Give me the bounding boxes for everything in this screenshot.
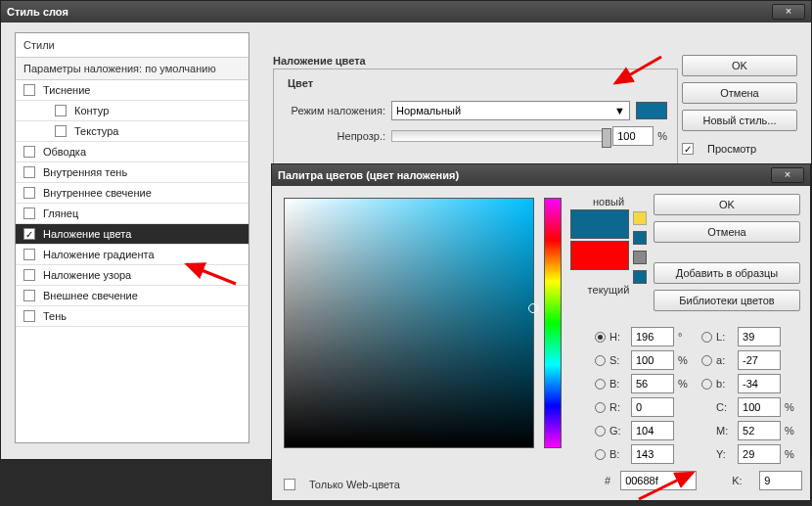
a-input[interactable]: [738, 350, 781, 370]
styles-panel: Стили Параметры наложения: по умолчанию …: [15, 32, 249, 443]
l-input[interactable]: [738, 327, 781, 346]
hash-label: #: [605, 475, 610, 486]
add-swatch-button[interactable]: Добавить в образцы: [654, 262, 800, 284]
current-color-swatch[interactable]: [570, 241, 629, 270]
gamut-warning-icon[interactable]: [633, 211, 647, 225]
c-input[interactable]: [738, 397, 781, 417]
checkbox-icon[interactable]: [23, 249, 35, 260]
cancel-button[interactable]: Отмена: [682, 82, 797, 104]
layer-style-titlebar[interactable]: Стиль слоя ×: [1, 1, 811, 23]
m-input[interactable]: [738, 421, 781, 440]
checkbox-icon[interactable]: [23, 187, 35, 199]
style-item-pattern-overlay[interactable]: Наложение узора: [16, 265, 248, 286]
style-item-texture[interactable]: Текстура: [16, 121, 248, 142]
style-item-contour[interactable]: Контур: [16, 101, 248, 121]
layer-style-title: Стиль слоя: [7, 6, 772, 18]
b-lab-input[interactable]: [738, 374, 781, 393]
checkbox-icon[interactable]: [682, 143, 694, 155]
new-color-swatch[interactable]: [570, 209, 629, 239]
style-item-gradient-overlay[interactable]: Наложение градиента: [16, 245, 248, 265]
hex-row: # K: %: [605, 471, 812, 490]
blend-mode-label: Режим наложения:: [284, 105, 391, 116]
style-item-inner-shadow[interactable]: Внутренняя тень: [16, 162, 248, 183]
section-title: Наложение цвета: [273, 55, 678, 67]
checkbox-icon[interactable]: [23, 207, 35, 219]
color-compare: новый текущий: [573, 196, 644, 296]
style-item-stroke[interactable]: Обводка: [16, 142, 248, 162]
style-item-emboss[interactable]: Тиснение: [16, 80, 248, 101]
radio-b-lab[interactable]: [701, 379, 712, 390]
y-input[interactable]: [738, 444, 781, 464]
opacity-input[interactable]: [612, 126, 654, 146]
checkbox-icon[interactable]: [23, 228, 35, 240]
blend-mode-combo[interactable]: Нормальный ▼: [391, 101, 630, 120]
color-field[interactable]: [284, 198, 534, 448]
websafe-swatch[interactable]: [633, 270, 647, 284]
color-fields: H:° S:% B:% R: G: B: L: a: b: C:% M:% Y:…: [595, 323, 800, 468]
radio-b-hsb[interactable]: [595, 379, 606, 390]
opacity-slider[interactable]: [391, 130, 607, 142]
radio-s[interactable]: [595, 355, 606, 366]
style-item-inner-glow[interactable]: Внутреннее свечение: [16, 183, 248, 204]
percent-label: %: [657, 130, 667, 142]
style-item-outer-glow[interactable]: Внешнее свечение: [16, 286, 248, 306]
hue-slider[interactable]: [544, 198, 562, 448]
h-input[interactable]: [631, 327, 674, 346]
style-item-drop-shadow[interactable]: Тень: [16, 306, 248, 327]
checkbox-icon[interactable]: [23, 166, 35, 178]
checkbox-icon[interactable]: [23, 146, 35, 158]
b-rgb-input[interactable]: [631, 444, 674, 464]
new-style-button[interactable]: Новый стиль...: [682, 110, 797, 131]
radio-r[interactable]: [595, 402, 606, 413]
b-hsb-input[interactable]: [631, 374, 674, 393]
checkbox-icon[interactable]: [55, 125, 67, 137]
color-picker-dialog: Палитра цветов (цвет наложения) × новый: [271, 163, 811, 501]
style-item-satin[interactable]: Глянец: [16, 204, 248, 224]
style-item-color-overlay[interactable]: Наложение цвета: [16, 224, 248, 245]
checkbox-icon[interactable]: [55, 105, 67, 116]
radio-l[interactable]: [701, 332, 712, 343]
checkbox-icon[interactable]: [23, 290, 35, 301]
radio-b-rgb[interactable]: [595, 449, 606, 460]
fieldset-title: Цвет: [284, 77, 317, 89]
cancel-button[interactable]: Отмена: [654, 221, 800, 243]
new-color-label: новый: [573, 196, 644, 207]
color-libraries-button[interactable]: Библиотеки цветов: [654, 290, 800, 311]
blend-options-header[interactable]: Параметры наложения: по умолчанию: [16, 58, 248, 80]
r-input[interactable]: [631, 397, 674, 417]
k-input[interactable]: [759, 471, 802, 490]
opacity-label: Непрозр.:: [284, 130, 391, 142]
ok-button[interactable]: OK: [682, 55, 797, 76]
close-icon[interactable]: ×: [771, 167, 804, 183]
radio-h[interactable]: [595, 332, 606, 343]
hex-input[interactable]: [620, 471, 697, 490]
picker-cursor-icon: [528, 303, 538, 313]
radio-a[interactable]: [701, 355, 712, 366]
color-picker-buttons: OK Отмена Добавить в образцы Библиотеки …: [654, 194, 800, 311]
radio-g[interactable]: [595, 426, 606, 437]
styles-header[interactable]: Стили: [16, 33, 248, 58]
chevron-down-icon: ▼: [614, 105, 625, 116]
s-input[interactable]: [631, 350, 674, 370]
web-only-row[interactable]: Только Web-цвета: [284, 479, 400, 490]
ok-button[interactable]: OK: [654, 194, 800, 215]
checkbox-icon[interactable]: [23, 84, 35, 96]
checkbox-icon[interactable]: [23, 310, 35, 322]
color-picker-titlebar[interactable]: Палитра цветов (цвет наложения) ×: [272, 164, 810, 186]
close-icon[interactable]: ×: [772, 4, 805, 20]
websafe-warning-icon[interactable]: [633, 251, 647, 264]
gamut-swatch[interactable]: [633, 231, 647, 245]
checkbox-icon[interactable]: [23, 269, 35, 281]
overlay-color-swatch[interactable]: [636, 102, 667, 119]
g-input[interactable]: [631, 421, 674, 440]
current-color-label: текущий: [573, 284, 644, 296]
color-picker-title: Палитра цветов (цвет наложения): [278, 169, 771, 181]
preview-row[interactable]: Просмотр: [682, 143, 797, 155]
checkbox-icon[interactable]: [284, 479, 295, 490]
